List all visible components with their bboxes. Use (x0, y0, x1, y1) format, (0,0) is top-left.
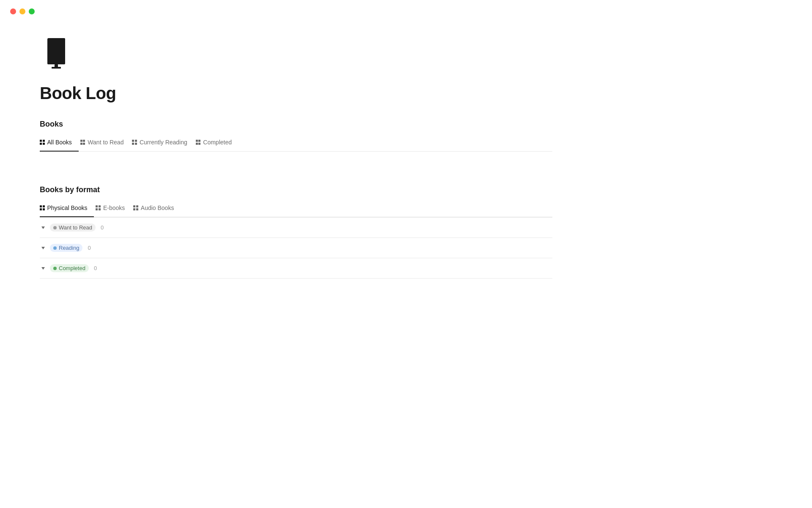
svg-rect-3 (47, 61, 65, 64)
audio-books-grid-icon (133, 205, 138, 210)
tab-currently-reading[interactable]: Currently Reading (130, 135, 194, 152)
physical-books-grid-icon (40, 205, 45, 210)
groups-container: Want to Read 0 Reading 0 (40, 217, 552, 279)
tab-audio-books[interactable]: Audio Books (132, 201, 181, 217)
maximize-button[interactable] (29, 8, 35, 14)
completed-badge: Completed (50, 264, 89, 272)
e-books-grid-icon (96, 205, 101, 210)
reading-dot (53, 246, 57, 250)
format-tabs: Physical Books E-books (40, 201, 552, 217)
svg-rect-2 (50, 38, 52, 63)
books-tabs: All Books Want to Read (40, 135, 552, 152)
group-want-to-read: Want to Read 0 (40, 217, 552, 237)
page-title: Book Log (40, 84, 552, 103)
want-to-read-grid-icon (80, 140, 85, 145)
all-books-grid-icon (40, 140, 45, 145)
group-completed: Completed 0 (40, 258, 552, 278)
bottom-divider (40, 278, 552, 279)
close-button[interactable] (10, 8, 16, 14)
main-content: Book Log Books All Books (0, 0, 592, 325)
tab-completed[interactable]: Completed (194, 135, 239, 152)
group-reading-header[interactable]: Reading 0 (40, 244, 552, 252)
books-by-format-section: Books by format Physical Books (40, 185, 552, 279)
page-icon (40, 34, 552, 74)
chevron-reading-icon (40, 247, 47, 249)
want-to-read-dot (53, 226, 57, 229)
tab-physical-books[interactable]: Physical Books (40, 201, 94, 217)
group-completed-header[interactable]: Completed 0 (40, 264, 552, 272)
tab-want-to-read[interactable]: Want to Read (79, 135, 131, 152)
book-icon (40, 34, 78, 72)
books-by-format-title: Books by format (40, 185, 552, 194)
group-want-to-read-header[interactable]: Want to Read 0 (40, 224, 552, 232)
tab-e-books[interactable]: E-books (94, 201, 132, 217)
books-section-title: Books (40, 120, 552, 129)
svg-rect-5 (52, 67, 61, 69)
svg-rect-1 (52, 38, 65, 63)
chevron-want-to-read-icon (40, 226, 47, 229)
want-to-read-count: 0 (101, 224, 104, 231)
traffic-lights (0, 0, 45, 23)
completed-count: 0 (94, 265, 97, 271)
books-section: Books All Books (40, 120, 552, 152)
tab-all-books[interactable]: All Books (40, 135, 79, 152)
currently-reading-grid-icon (132, 140, 137, 145)
completed-dot (53, 267, 57, 270)
reading-badge: Reading (50, 244, 82, 252)
completed-grid-icon (196, 140, 201, 145)
reading-count: 0 (88, 245, 91, 251)
want-to-read-badge: Want to Read (50, 224, 96, 232)
group-reading: Reading 0 (40, 237, 552, 258)
chevron-completed-icon (40, 267, 47, 270)
minimize-button[interactable] (19, 8, 25, 14)
